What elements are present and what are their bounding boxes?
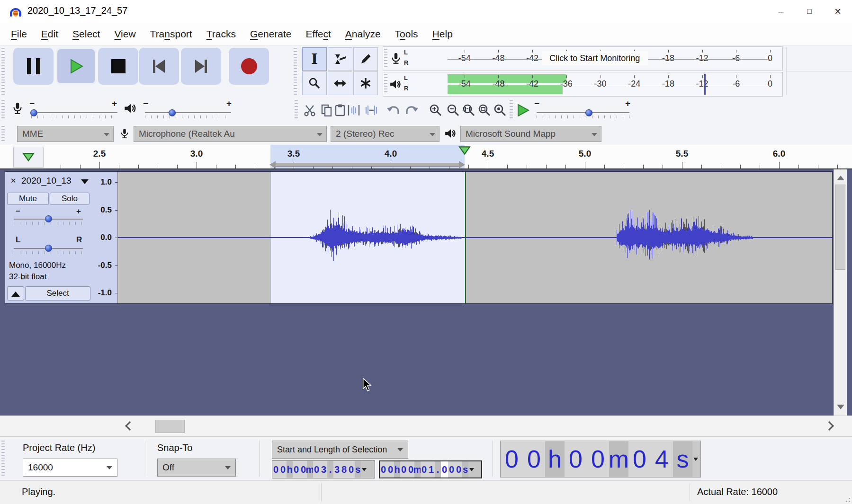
multi-tool-button[interactable] xyxy=(353,71,378,95)
time-digit[interactable]: 0 xyxy=(272,461,279,478)
maximize-button[interactable]: □ xyxy=(795,0,824,23)
fit-selection-button[interactable] xyxy=(461,101,476,119)
envelope-tool-button[interactable] xyxy=(328,47,352,71)
waveform-display[interactable] xyxy=(118,172,832,303)
time-digit[interactable]: 0 xyxy=(523,441,545,477)
silence-audio-button[interactable] xyxy=(364,101,379,119)
trim-audio-button[interactable] xyxy=(346,101,361,119)
time-digit[interactable]: 3 xyxy=(333,461,341,478)
selection-mode-dropdown[interactable]: Start and Length of Selection xyxy=(272,441,408,459)
menu-item-help[interactable]: Help xyxy=(425,23,460,45)
solo-button[interactable]: Solo xyxy=(50,193,90,205)
playback-meter[interactable]: L R -54-48-42-36-30-24-18-12-60 xyxy=(383,72,783,97)
project-rate-dropdown[interactable]: 16000 xyxy=(23,459,117,477)
time-digit[interactable]: . xyxy=(327,461,333,478)
time-digit[interactable]: m xyxy=(414,461,421,477)
record-volume-slider[interactable] xyxy=(31,110,117,116)
menu-item-view[interactable]: View xyxy=(107,23,143,45)
selection-left-arrow[interactable] xyxy=(269,161,276,168)
playback-device-dropdown[interactable]: Microsoft Sound Mapp xyxy=(460,126,601,142)
play-speed-slider[interactable] xyxy=(537,110,629,116)
time-digit[interactable]: 0 xyxy=(348,461,355,478)
selection-drag-bar[interactable] xyxy=(275,163,460,167)
time-digit[interactable]: 0 xyxy=(501,441,523,477)
mixer-grip[interactable] xyxy=(1,100,5,120)
time-digit[interactable]: 0 xyxy=(587,441,609,477)
time-digit[interactable]: 0 xyxy=(293,461,300,478)
tools-grip[interactable] xyxy=(294,48,297,95)
horizontal-scroll-thumb[interactable] xyxy=(155,420,185,433)
redo-button[interactable] xyxy=(404,101,419,119)
audio-position-display[interactable]: 00h00m04s xyxy=(500,441,701,477)
fit-project-button[interactable] xyxy=(477,101,492,119)
vertical-scroll-thumb[interactable] xyxy=(835,185,845,270)
time-digit[interactable]: 0 xyxy=(455,461,462,477)
minimize-button[interactable]: – xyxy=(767,0,795,23)
play-button[interactable] xyxy=(56,48,96,85)
playback-volume-slider[interactable] xyxy=(145,110,231,116)
time-digit[interactable]: 0 xyxy=(441,461,448,477)
selbar-grip[interactable] xyxy=(1,441,5,477)
edit-toolbar-grip[interactable] xyxy=(295,100,298,120)
time-digit[interactable]: s xyxy=(462,461,468,477)
recording-meter[interactable]: L R -54-48-42-36-30-24-18-12-60 Click to… xyxy=(383,46,783,71)
time-digit[interactable]: s xyxy=(355,461,361,478)
menu-item-file[interactable]: File xyxy=(4,23,34,45)
time-digit[interactable]: 0 xyxy=(400,461,407,477)
time-digit[interactable]: h xyxy=(394,461,400,477)
mute-button[interactable]: Mute xyxy=(7,193,49,205)
time-digit[interactable]: . xyxy=(435,461,441,477)
recording-device-dropdown[interactable]: Microphone (Realtek Au xyxy=(134,126,327,142)
time-field-arrow-icon[interactable] xyxy=(692,441,699,477)
timeline-ruler[interactable]: 2.53.03.54.04.55.05.56.0 xyxy=(0,145,852,169)
scroll-down-button[interactable] xyxy=(833,399,849,415)
vertical-scrollbar[interactable] xyxy=(834,169,847,416)
time-digit[interactable]: 0 xyxy=(448,461,455,477)
menu-item-effect[interactable]: Effect xyxy=(299,23,338,45)
gain-thumb[interactable] xyxy=(45,215,52,222)
menu-item-tracks[interactable]: Tracks xyxy=(199,23,243,45)
track-select-button[interactable]: Select xyxy=(25,286,90,301)
zoom-tool-button[interactable] xyxy=(302,71,327,95)
time-digit[interactable]: 0 xyxy=(387,461,394,477)
selection-right-arrow[interactable] xyxy=(459,161,465,168)
skip-to-end-button[interactable] xyxy=(181,48,221,85)
time-field-arrow-icon[interactable] xyxy=(361,461,368,478)
close-button[interactable]: × xyxy=(824,0,852,23)
menu-item-tools[interactable]: Tools xyxy=(388,23,425,45)
track-close-button[interactable]: ✕ xyxy=(8,176,18,186)
record-button[interactable] xyxy=(229,48,269,85)
device-grip[interactable] xyxy=(1,126,5,142)
menu-item-generate[interactable]: Generate xyxy=(243,23,299,45)
track-title[interactable]: 2020_10_13 xyxy=(21,176,81,186)
time-digit[interactable]: 0 xyxy=(565,441,587,477)
collapse-track-button[interactable] xyxy=(7,286,24,301)
play-speed-thumb[interactable] xyxy=(585,109,592,116)
pan-thumb[interactable] xyxy=(45,245,52,252)
vertical-ruler[interactable]: 1.00.50.0-0.5-1.0 xyxy=(91,172,118,303)
time-digit[interactable]: s xyxy=(673,441,692,477)
time-digit[interactable]: h xyxy=(287,461,293,478)
track-menu-arrow[interactable] xyxy=(81,179,89,184)
scroll-up-button[interactable] xyxy=(833,170,849,186)
zoom-in-button[interactable] xyxy=(428,101,443,119)
time-field-arrow-icon[interactable] xyxy=(468,461,475,477)
selection-start-field[interactable]: 00h00m03.380s xyxy=(272,460,375,478)
time-digit[interactable]: 0 xyxy=(628,441,651,477)
zoom-out-button[interactable] xyxy=(446,101,461,119)
selection-length-field[interactable]: 00h00m01.000s xyxy=(379,460,482,478)
playhead-triangle[interactable] xyxy=(458,146,471,155)
skip-to-start-button[interactable] xyxy=(139,48,179,85)
menu-item-edit[interactable]: Edit xyxy=(34,23,65,45)
scroll-right-button[interactable] xyxy=(822,418,838,433)
undo-button[interactable] xyxy=(386,101,402,119)
play-at-speed-grip[interactable] xyxy=(510,100,513,120)
audio-host-dropdown[interactable]: MME xyxy=(17,126,114,142)
menu-item-select[interactable]: Select xyxy=(65,23,107,45)
time-digit[interactable]: 8 xyxy=(341,461,348,478)
playback-volume-thumb[interactable] xyxy=(169,109,176,116)
play-at-speed-button[interactable] xyxy=(515,101,530,119)
record-volume-thumb[interactable] xyxy=(30,109,37,116)
time-digit[interactable]: h xyxy=(545,441,565,477)
menu-item-analyze[interactable]: Analyze xyxy=(338,23,388,45)
